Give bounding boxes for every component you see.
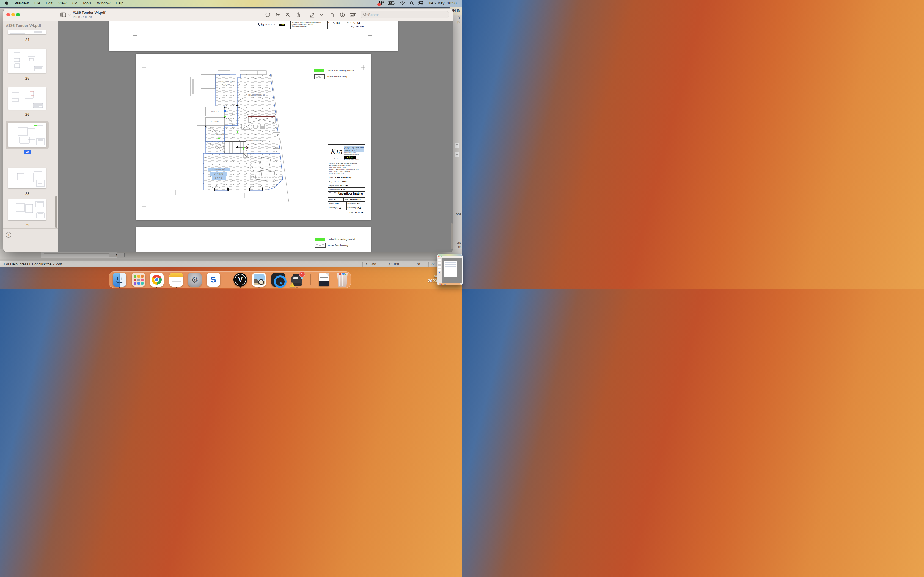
minimize-button[interactable] xyxy=(11,13,15,16)
screenshot-preview-thumbnail[interactable] xyxy=(437,254,462,285)
kia-logo-sub: D E S I G N S xyxy=(265,24,275,25)
search-input[interactable] xyxy=(368,12,435,17)
preview-dock-icon[interactable] xyxy=(252,273,266,287)
page-tool-icon[interactable] xyxy=(455,152,459,157)
thumbnail-page-25[interactable] xyxy=(8,49,46,73)
page26-note: © KIA DESIGNS LTD. xyxy=(292,25,327,27)
quicktime-dock-icon[interactable] xyxy=(271,273,285,287)
search-field[interactable] xyxy=(360,11,449,18)
legend-label: Under floor heating xyxy=(328,244,348,247)
running-indicator xyxy=(258,287,260,288)
background-status-bar: For Help, press F1 or click the ? icon X… xyxy=(0,261,462,268)
menu-item-file[interactable]: File xyxy=(34,1,40,6)
thumbnail-page-28[interactable] xyxy=(8,168,46,189)
apple-menu-icon[interactable] xyxy=(5,0,9,7)
sketchup-dock-icon[interactable]: S xyxy=(207,273,220,287)
drawn-by-value: R.S xyxy=(336,22,339,24)
thumbnail-label-24: 24 xyxy=(3,38,51,42)
sheet-title-row: Sheet Title: Underfloor heating xyxy=(328,191,365,197)
printer-dock-icon[interactable]: 1 ! xyxy=(290,273,304,287)
menu-date[interactable]: Tue 9 May xyxy=(427,1,444,5)
markup-pen-button[interactable] xyxy=(309,11,315,18)
room-label-lounge: DINING xyxy=(214,172,223,175)
drawing-frame-line xyxy=(141,21,141,29)
kia-logo: Kia xyxy=(329,148,344,156)
dock-divider xyxy=(310,274,311,285)
sidebar-scrollbar[interactable] xyxy=(55,196,57,228)
page-tool-icon[interactable] xyxy=(455,143,459,148)
menu-item-tools[interactable]: Tools xyxy=(82,1,91,6)
legend-label: Under floor heating xyxy=(327,75,347,78)
dropdown-button[interactable]: ▼ xyxy=(108,253,124,258)
close-button[interactable] xyxy=(6,13,10,16)
thumbnail-page-27[interactable] xyxy=(8,123,46,147)
launchpad-dock-icon[interactable] xyxy=(132,273,145,287)
room-label-bedroom: BEDROOM 2 xyxy=(248,93,265,96)
markup-chevron-icon[interactable] xyxy=(319,11,324,18)
project-number-row: Project Number: #186 xyxy=(328,180,365,184)
help-icon[interactable]: ? xyxy=(458,15,460,19)
running-indicator xyxy=(176,287,177,288)
system-settings-dock-icon[interactable]: ⚙ xyxy=(188,273,202,287)
cut-text-fragment: ons xyxy=(457,245,462,248)
sidebar-toggle-button[interactable] xyxy=(60,11,66,18)
printer-badge: 1 xyxy=(299,271,305,277)
thumbnail-page-26[interactable] xyxy=(8,87,46,110)
page26-note: ARE FROM CENTRE POINTS. xyxy=(292,23,327,25)
main-scrollbar[interactable] xyxy=(451,223,453,249)
acid-badge: A©ID xyxy=(279,24,286,26)
thumbnail-label-29: 29 xyxy=(3,223,51,227)
background-window-titlebar-edge xyxy=(0,6,462,8)
vectorworks-dock-icon[interactable]: V xyxy=(233,273,247,287)
notes-dock-icon[interactable] xyxy=(170,273,183,287)
page-indicator: Page 27 of 29 xyxy=(73,15,92,18)
highlight-button[interactable] xyxy=(339,11,346,18)
running-indicator xyxy=(119,287,120,288)
share-button[interactable] xyxy=(295,11,302,18)
chrome-dock-icon[interactable] xyxy=(150,273,164,287)
rotate-button[interactable] xyxy=(329,11,336,18)
play-icon[interactable]: ▷ xyxy=(457,20,460,24)
toolbar-divider xyxy=(317,12,317,18)
menu-item-window[interactable]: Window xyxy=(97,1,110,6)
finder-dock-icon[interactable] xyxy=(113,273,126,287)
tidal-menu-icon[interactable]: 1 xyxy=(378,0,384,6)
cut-text-fragment: ons xyxy=(457,241,462,244)
menu-item-view[interactable]: View xyxy=(58,1,66,6)
selected-page-badge: 27 xyxy=(24,150,31,154)
coord-l: L:78 xyxy=(409,262,429,266)
room-label-entrance: ENTRANCE xyxy=(214,133,228,135)
document-dock-icon[interactable] xyxy=(317,273,331,287)
menu-item-preview[interactable]: Preview xyxy=(15,1,29,6)
status-help-text: For Help, press F1 or click the ? icon xyxy=(0,262,62,266)
zoom-in-button[interactable] xyxy=(284,11,291,18)
menu-item-help[interactable]: Help xyxy=(116,1,123,6)
spotlight-icon[interactable] xyxy=(410,1,414,6)
scale-size-row: Scale:1:50 Sheet Size:A3 xyxy=(328,201,365,206)
trash-dock-icon[interactable] xyxy=(336,273,349,287)
wifi-icon[interactable] xyxy=(400,1,405,6)
background-window-right-strip: GN IN ? ▷ ons ons ons xyxy=(451,6,462,268)
preview-toolbar: #186 Tender V4.pdf Page 27 of 29 xyxy=(3,9,453,21)
page-label: Page: xyxy=(351,26,355,28)
thumbnail-page-29[interactable] xyxy=(8,200,46,220)
add-page-button[interactable]: + xyxy=(6,232,11,238)
menu-time[interactable]: 10:50 xyxy=(447,1,457,5)
crop-mark xyxy=(133,34,137,38)
title-block: Kia D E S I G N S Unit11.0G.2, The Leath… xyxy=(328,144,365,215)
zoom-button[interactable] xyxy=(16,13,20,16)
control-center-icon[interactable] xyxy=(418,1,424,6)
dock-divider xyxy=(228,274,228,285)
battery-icon[interactable] xyxy=(388,1,396,6)
info-button[interactable] xyxy=(265,11,271,18)
menu-item-go[interactable]: Go xyxy=(72,1,77,6)
menu-item-edit[interactable]: Edit xyxy=(46,1,52,6)
zoom-out-button[interactable] xyxy=(275,11,282,18)
signature-button[interactable] xyxy=(349,11,356,18)
thumbnail-page-24[interactable] xyxy=(8,30,46,34)
acid-badge: A©ID xyxy=(344,156,356,159)
room-label-utility: UTILITY xyxy=(212,111,219,113)
sidebar-chevron-icon[interactable] xyxy=(67,11,71,18)
desktop-screenshot-filename[interactable]: 2023 xyxy=(428,278,437,283)
legend-green-swatch xyxy=(315,238,325,241)
